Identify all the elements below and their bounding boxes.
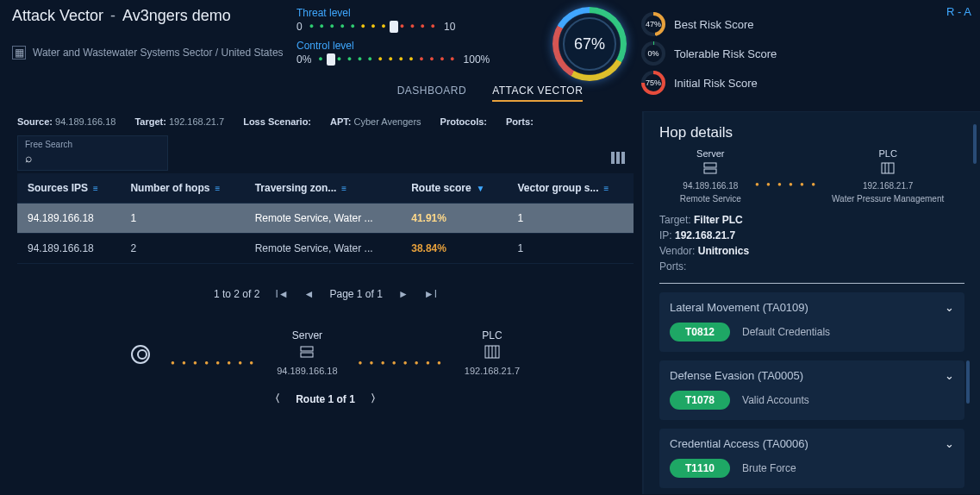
sort-desc-icon[interactable]: ▼ xyxy=(477,184,485,193)
apt-label: APT: xyxy=(330,116,351,127)
pager-last-icon[interactable]: ►I xyxy=(424,288,437,300)
target-val: 192.168.21.7 xyxy=(169,116,224,127)
route-next-icon[interactable]: 〉 xyxy=(371,392,381,406)
routes-table: Sources IPS≡ Number of hops≡ Traversing … xyxy=(17,173,634,264)
initial-risk-dial: 75% xyxy=(641,71,665,95)
route-prev-icon[interactable]: 〈 xyxy=(270,392,280,406)
connection-dots: ● ● ● ● ● ● ● ● xyxy=(359,359,444,367)
table-row[interactable]: 94.189.166.18 1 Remote Service, Water ..… xyxy=(17,204,634,234)
hop-server-node: Server 94.189.166.18 Remote Service xyxy=(680,148,741,204)
sort-icon[interactable]: ≡ xyxy=(341,184,346,193)
sort-icon[interactable]: ≡ xyxy=(93,184,98,193)
page-title: Attack Vector - Av3ngers demo xyxy=(12,7,296,25)
title-separator: - xyxy=(110,7,115,25)
ports-label: Ports: xyxy=(506,116,534,127)
technique-pill[interactable]: T1110 xyxy=(670,459,730,478)
threat-min: 0 xyxy=(296,21,303,33)
svg-rect-9 xyxy=(704,163,716,167)
breadcrumb[interactable]: Water and Wastewater Systems Sector / Un… xyxy=(33,47,284,59)
col-score[interactable]: Route score▼ xyxy=(401,173,507,204)
risk-scores: 47% Best Risk Score 0% Tolerable Risk Sc… xyxy=(641,7,865,95)
threat-level-slider[interactable]: 0 ● ● ● ● ● ● ● ●● ● ● ● 10 xyxy=(296,21,538,33)
col-group[interactable]: Vector group s...≡ xyxy=(507,173,634,204)
technique-name: Valid Accounts xyxy=(742,394,809,406)
col-sources[interactable]: Sources IPS≡ xyxy=(17,173,120,204)
loss-label: Loss Scenario: xyxy=(243,116,311,127)
svg-rect-4 xyxy=(301,353,313,357)
best-risk-dial: 47% xyxy=(641,12,665,36)
ttp-header[interactable]: Lateral Movement (TA0109) ⌄ xyxy=(670,301,954,314)
pager-prev-icon[interactable]: ◄ xyxy=(304,288,315,300)
threat-level-label: Threat level xyxy=(296,7,538,19)
server-icon xyxy=(299,345,315,362)
connection-dots: ● ● ● ● ● ● ● ● xyxy=(171,359,256,367)
dial-percent: 67% xyxy=(574,35,605,53)
sort-icon[interactable]: ≡ xyxy=(215,184,220,193)
gauge-panel: Threat level 0 ● ● ● ● ● ● ● ●● ● ● ● 10… xyxy=(296,7,538,72)
route-pager-label: Route 1 of 1 xyxy=(296,393,355,405)
scrollbar[interactable] xyxy=(966,360,970,404)
tab-dashboard[interactable]: DASHBOARD xyxy=(397,85,467,102)
target-label: Target: xyxy=(134,116,165,127)
hop-plc-node: PLC 192.168.21.7 Water Pressure Manageme… xyxy=(832,148,944,204)
source-label: Source: xyxy=(17,116,53,127)
chevron-down-icon[interactable]: ⌄ xyxy=(945,437,954,450)
sort-icon[interactable]: ≡ xyxy=(603,184,609,193)
svg-rect-2 xyxy=(621,152,625,164)
server-icon xyxy=(703,162,717,178)
divider xyxy=(659,283,964,284)
hop-details-title: Hop details xyxy=(659,124,964,141)
breadcrumb-row: ▦ Water and Wastewater Systems Sector / … xyxy=(12,46,296,60)
plc-icon xyxy=(881,162,895,178)
top-bar: Attack Vector - Av3ngers demo ▦ Water an… xyxy=(0,0,980,76)
ttp-header[interactable]: Credential Access (TA0006) ⌄ xyxy=(670,437,954,450)
scrollbar[interactable] xyxy=(973,124,977,164)
table-row[interactable]: 94.189.166.18 2 Remote Service, Water ..… xyxy=(17,234,634,264)
col-hops[interactable]: Number of hops≡ xyxy=(120,173,244,204)
route-server-node[interactable]: Server 94.189.166.18 xyxy=(277,329,337,376)
table-pager: 1 to 2 of 2 I◄ ◄ Page 1 of 1 ► ►I xyxy=(17,288,634,300)
connection-dots: ● ● ● ● ● ● xyxy=(755,180,818,188)
best-risk-label: Best Risk Score xyxy=(674,18,753,31)
apt-val: Cyber Avengers xyxy=(354,116,421,127)
filter-line: Source: 94.189.166.18 Target: 192.168.21… xyxy=(17,116,634,127)
threat-max: 10 xyxy=(444,21,455,33)
svg-rect-11 xyxy=(882,163,894,173)
graph-icon[interactable]: ▦ xyxy=(12,46,26,60)
control-max: 100% xyxy=(464,53,490,66)
title-scenario: Av3ngers demo xyxy=(122,7,231,25)
columns-icon[interactable] xyxy=(611,152,625,166)
technique-pill[interactable]: T1078 xyxy=(670,391,730,410)
svg-rect-0 xyxy=(611,152,615,164)
hop-nodes-diagram: Server 94.189.166.18 Remote Service ● ● … xyxy=(659,148,964,204)
risk-dial: 67% xyxy=(538,7,641,81)
technique-name: Brute Force xyxy=(742,462,796,474)
title-main: Attack Vector xyxy=(12,7,103,25)
technique-pill[interactable]: T0812 xyxy=(670,323,730,341)
chevron-down-icon[interactable]: ⌄ xyxy=(945,369,954,382)
route-diagram: ● ● ● ● ● ● ● ● Server 94.189.166.18 ● ●… xyxy=(17,329,634,376)
pager-first-icon[interactable]: I◄ xyxy=(275,288,288,300)
route-origin xyxy=(131,329,150,364)
control-level-slider[interactable]: 0% ●● ● ● ● ● ● ● ● ● ● ● ● 100% xyxy=(296,53,538,66)
source-val: 94.189.166.18 xyxy=(55,116,115,127)
pager-page: Page 1 of 1 xyxy=(329,288,382,300)
tolerable-risk-label: Tolerable Risk Score xyxy=(674,47,777,60)
control-min: 0% xyxy=(296,53,311,66)
col-zones[interactable]: Traversing zon...≡ xyxy=(245,173,402,204)
corner-tag[interactable]: R - A xyxy=(946,5,971,18)
pager-next-icon[interactable]: ► xyxy=(398,288,409,300)
ttp-header[interactable]: Defense Evasion (TA0005) ⌄ xyxy=(670,369,954,382)
hop-ip: IP: 192.168.21.7 xyxy=(659,229,964,241)
user-icon xyxy=(131,345,150,364)
svg-rect-1 xyxy=(616,152,620,164)
chevron-down-icon[interactable]: ⌄ xyxy=(945,301,954,314)
ttp-card-defense-evasion: Defense Evasion (TA0005) ⌄ T1078 Valid A… xyxy=(659,360,964,420)
control-level-label: Control level xyxy=(296,40,538,52)
initial-risk-label: Initial Risk Score xyxy=(674,77,758,90)
route-plc-node[interactable]: PLC 192.168.21.7 xyxy=(465,329,520,376)
protocols-label: Protocols: xyxy=(440,116,487,127)
plc-icon xyxy=(484,345,500,362)
hop-ports: Ports: xyxy=(659,260,964,273)
tab-attack-vector[interactable]: ATTACK VECTOR xyxy=(492,85,583,102)
